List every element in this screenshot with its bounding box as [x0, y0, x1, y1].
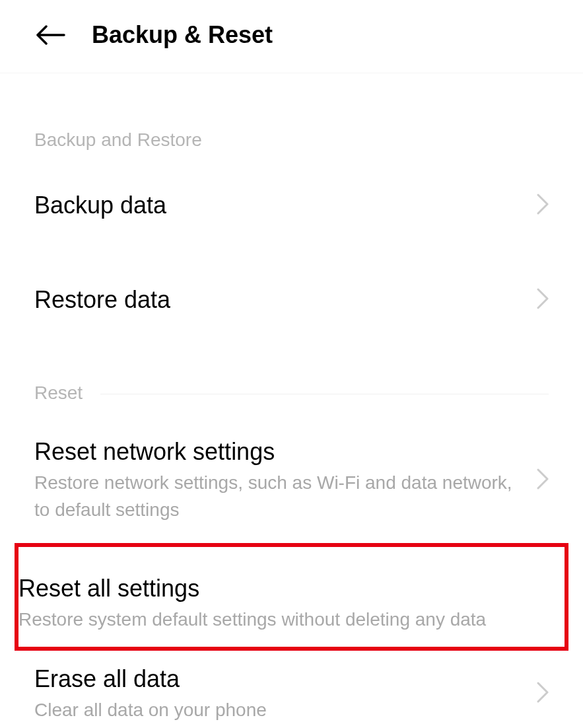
chevron-right-icon — [537, 468, 549, 492]
reset-all-title: Reset all settings — [18, 573, 565, 603]
erase-all-subtitle: Clear all data on your phone — [34, 697, 530, 724]
section-header-reset: Reset — [34, 326, 549, 410]
restore-data-item[interactable]: Restore data — [34, 252, 549, 326]
reset-all-subtitle: Restore system default settings without … — [18, 606, 565, 634]
content-area: Backup and Restore Backup data Restore d… — [0, 73, 583, 728]
chevron-right-icon — [537, 194, 549, 217]
chevron-right-icon — [537, 288, 549, 312]
arrow-left-icon — [36, 25, 65, 45]
backup-data-item[interactable]: Backup data — [34, 157, 549, 232]
erase-all-item[interactable]: Erase all data Clear all data on your ph… — [34, 652, 549, 728]
reset-network-item[interactable]: Reset network settings Restore network s… — [34, 410, 549, 536]
reset-all-item[interactable]: Reset all settings Restore system defaul… — [15, 543, 568, 651]
reset-network-subtitle: Restore network settings, such as Wi-Fi … — [34, 470, 530, 523]
chevron-right-icon — [537, 682, 549, 706]
back-button[interactable] — [36, 23, 65, 47]
page-title: Backup & Reset — [92, 21, 273, 49]
reset-network-title: Reset network settings — [34, 437, 530, 466]
section-header-backup: Backup and Restore — [34, 73, 549, 157]
header-bar: Backup & Reset — [0, 0, 583, 73]
restore-data-title: Restore data — [34, 285, 530, 314]
erase-all-title: Erase all data — [34, 664, 530, 694]
backup-data-title: Backup data — [34, 190, 530, 220]
